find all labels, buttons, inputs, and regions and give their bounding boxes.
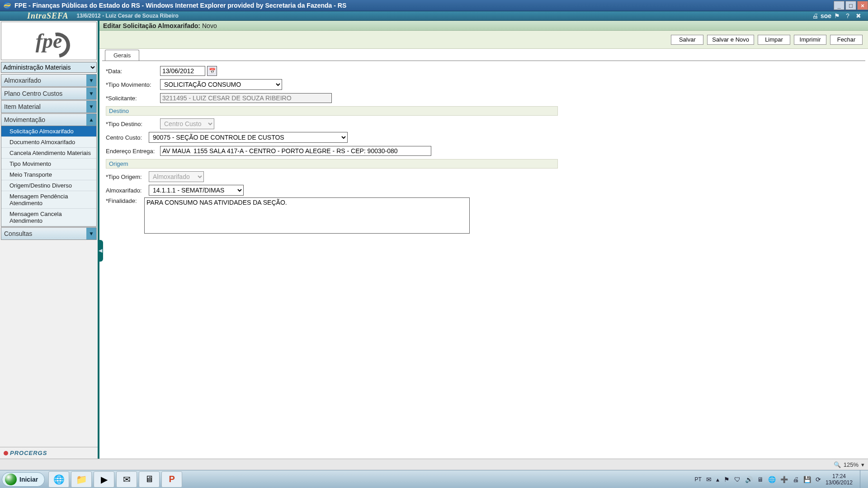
action-toolbar: Salvar Salvar e Novo Limpar Imprimir Fec…	[99, 31, 868, 49]
salvar-e-novo-button[interactable]: Salvar e Novo	[707, 35, 754, 45]
window-title: FPE - Finanças Públicas do Estado do RS …	[14, 2, 346, 9]
fechar-button[interactable]: Fechar	[830, 35, 863, 45]
soe-label[interactable]: soe	[822, 12, 830, 20]
section-destino: Destino	[106, 106, 558, 116]
help-icon[interactable]: ?	[844, 12, 852, 20]
app-logo: fpe	[1, 22, 97, 60]
endereco-entrega-input[interactable]	[160, 146, 431, 156]
taskbar-powerpoint-icon[interactable]: P	[161, 471, 182, 488]
printer-tray-icon[interactable]: 🖨	[793, 476, 799, 483]
taskbar-explorer-icon[interactable]: 📁	[71, 471, 92, 488]
display-tray-icon[interactable]: 🖥	[757, 476, 764, 483]
taskbar-clock[interactable]: 17:24 13/06/2012	[826, 473, 853, 486]
imprimir-button[interactable]: Imprimir	[794, 35, 826, 45]
plus-tray-icon[interactable]: ➕	[780, 476, 788, 483]
sidebar-item-origem-destino-diverso[interactable]: Origem/Destino Diverso	[1, 180, 96, 191]
tipo-destino-label: *Tipo Destino:	[106, 121, 160, 127]
sound-tray-icon[interactable]: 🔊	[745, 476, 753, 483]
app-header: IntraSEFA 13/6/2012 - Luiz Cesar de Souz…	[0, 11, 868, 21]
centro-custo-label: Centro Custo:	[106, 134, 149, 141]
sidebar: fpe Administração Materiais Almoxarifado…	[0, 21, 99, 459]
sidebar-item-consultas[interactable]: Consultas ▼	[1, 227, 97, 240]
section-origem: Origem	[106, 159, 558, 169]
sidebar-submenu-movimentacao: Solicitação Almoxarifado Documento Almox…	[1, 126, 97, 227]
tipo-movimento-label: *Tipo Movimento:	[106, 81, 160, 88]
data-label: *Data:	[106, 68, 160, 75]
app-close-icon[interactable]: ✖	[854, 12, 863, 20]
sidebar-item-cancela-atendimento-materiais[interactable]: Cancela Atendimento Materiais	[1, 148, 96, 159]
centro-custo-select[interactable]: 90075 - SEÇÃO DE CONTROLE DE CUSTOS	[149, 132, 348, 143]
browser-statusbar: 🔍 125% ▾	[0, 459, 868, 470]
print-icon[interactable]: 🖨	[811, 12, 819, 20]
language-indicator[interactable]: PT	[695, 476, 702, 483]
sidebar-item-almoxarifado[interactable]: Almoxarifado ▼	[1, 74, 97, 87]
sidebar-item-item-material[interactable]: Item Material ▼	[1, 100, 97, 113]
data-input[interactable]	[160, 66, 205, 76]
start-button[interactable]: Iniciar	[2, 472, 45, 487]
system-tray: PT ✉ ▴ ⚑ 🛡 🔊 🖥 🌐 ➕ 🖨 💾 ⟳ 17:24 13/06/201…	[695, 470, 868, 488]
app-brand: IntraSEFA	[0, 11, 76, 21]
tray-chevron-icon[interactable]: ▴	[716, 476, 719, 483]
tipo-origem-label: *Tipo Origem:	[106, 174, 149, 180]
session-info: 13/6/2012 - Luiz Cesar de Souza Ribeiro	[76, 13, 178, 19]
almoxarifado-label: Almoxarifado:	[106, 187, 149, 194]
page-subheader: Editar Solicitação Almoxarifado: Novo	[99, 21, 868, 31]
module-select[interactable]: Administração Materiais	[1, 62, 97, 73]
taskbar-app-icon[interactable]: 🖥	[139, 471, 160, 488]
chevron-up-icon: ▲	[86, 114, 96, 126]
finalidade-textarea[interactable]	[144, 197, 470, 234]
salvar-button[interactable]: Salvar	[671, 35, 703, 45]
finalidade-label: *Finalidade:	[106, 197, 144, 204]
sidebar-footer-brand: PROCERGS	[0, 447, 98, 459]
page-title: Editar Solicitação Almoxarifado:	[103, 22, 200, 29]
mail-tray-icon[interactable]: ✉	[706, 476, 712, 483]
zoom-icon[interactable]: 🔍	[834, 461, 841, 468]
sidebar-item-plano-centro-custos[interactable]: Plano Centro Custos ▼	[1, 87, 97, 100]
sidebar-item-movimentacao[interactable]: Movimentação ▲	[1, 113, 97, 126]
tab-gerais[interactable]: Gerais	[105, 50, 139, 61]
calendar-icon[interactable]: 📅	[207, 66, 217, 76]
ie-icon	[3, 1, 12, 10]
chevron-down-icon: ▼	[86, 101, 96, 113]
zoom-dropdown-icon[interactable]: ▾	[861, 461, 864, 468]
tipo-movimento-select[interactable]: SOLICITAÇÃO CONSUMO	[160, 79, 282, 90]
solicitante-label: *Solicitante:	[106, 95, 160, 102]
content-area: ◀ Editar Solicitação Almoxarifado: Novo …	[99, 21, 868, 459]
taskbar-pinned: 🌐 📁 ▶ ✉ 🖥 P	[48, 471, 182, 488]
flag-tray-icon[interactable]: ⚑	[724, 476, 730, 483]
flag-icon[interactable]: ⚑	[833, 12, 841, 20]
sidebar-item-documento-almoxarifado[interactable]: Documento Almoxarifado	[1, 137, 96, 148]
network-tray-icon[interactable]: 🌐	[768, 476, 776, 483]
solicitante-input	[160, 93, 332, 103]
form: *Data: 📅 *Tipo Movimento: SOLICITAÇÃO CO…	[99, 61, 868, 238]
chevron-down-icon: ▼	[86, 88, 96, 99]
shield-tray-icon[interactable]: 🛡	[734, 476, 741, 483]
updates-tray-icon[interactable]: ⟳	[816, 476, 821, 483]
sidebar-collapse-handle[interactable]: ◀	[98, 240, 103, 262]
window-close-button[interactable]: ×	[857, 1, 868, 10]
sidebar-item-mensagem-pendencia[interactable]: Mensagem Pendência Atendimento	[1, 191, 96, 209]
endereco-entrega-label: Endereço Entrega:	[106, 148, 160, 155]
almoxarifado-select[interactable]: 14.1.1.1 - SEMAT/DIMAS	[149, 185, 244, 196]
sidebar-item-solicitacao-almoxarifado[interactable]: Solicitação Almoxarifado	[1, 126, 96, 137]
sidebar-item-tipo-movimento[interactable]: Tipo Movimento	[1, 159, 96, 169]
tipo-destino-select: Centro Custo	[160, 118, 214, 129]
taskbar-outlook-icon[interactable]: ✉	[116, 471, 137, 488]
window-minimize-button[interactable]: _	[834, 1, 844, 10]
chevron-down-icon: ▼	[86, 228, 96, 239]
zoom-level[interactable]: 125%	[844, 461, 859, 468]
sidebar-item-meio-transporte[interactable]: Meio Transporte	[1, 169, 96, 180]
taskbar-wmp-icon[interactable]: ▶	[94, 471, 114, 488]
window-maximize-button[interactable]: □	[845, 1, 856, 10]
limpar-button[interactable]: Limpar	[758, 35, 790, 45]
windows-orb-icon	[5, 474, 17, 485]
tipo-origem-select: Almoxarifado	[149, 171, 204, 182]
page-state: Novo	[202, 22, 217, 29]
taskbar-ie-icon[interactable]: 🌐	[48, 471, 69, 488]
show-desktop-button[interactable]	[860, 470, 865, 488]
window-titlebar: FPE - Finanças Públicas do Estado do RS …	[0, 0, 868, 11]
windows-taskbar: Iniciar 🌐 📁 ▶ ✉ 🖥 P PT ✉ ▴ ⚑ 🛡 🔊 🖥 🌐 ➕ 🖨…	[0, 470, 868, 488]
chevron-down-icon: ▼	[86, 75, 96, 86]
sidebar-item-mensagem-cancela[interactable]: Mensagem Cancela Atendimento	[1, 209, 96, 226]
device-tray-icon[interactable]: 💾	[803, 476, 811, 483]
